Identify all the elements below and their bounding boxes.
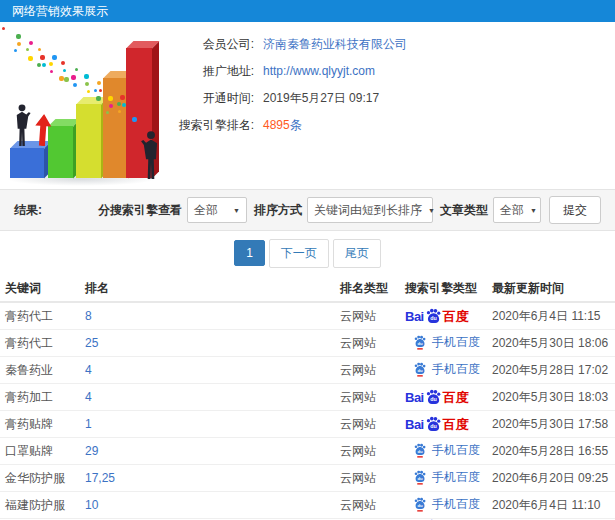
confetti-dot <box>120 95 125 100</box>
rank-link[interactable]: 8 <box>85 309 340 323</box>
info-value[interactable]: http://www.qlyyjt.com <box>263 64 375 78</box>
confetti-dot <box>108 96 113 101</box>
page-button[interactable]: 尾页 <box>333 239 381 268</box>
rank-type-cell: 云网站 <box>340 470 405 487</box>
rank-type-cell: 云网站 <box>340 389 405 406</box>
chevron-down-icon: ▼ <box>422 207 435 214</box>
submit-button[interactable]: 提交 <box>549 196 601 224</box>
rank-link[interactable]: 29 <box>85 444 340 458</box>
confetti-dot <box>94 89 97 92</box>
updated-time-cell: 2020年5月28日 17:02 <box>492 362 615 379</box>
keyword-cell: 膏药代工 <box>5 335 85 352</box>
confetti-dot <box>28 56 33 61</box>
page-button[interactable]: 1 <box>234 240 265 266</box>
updated-time-cell: 2020年5月28日 16:55 <box>492 443 615 460</box>
engine-cell: du 手机百度 <box>405 496 492 515</box>
table-row: 膏药贴牌 1 云网站 Bai du 百度 2020年5月30日 17:58 <box>0 411 615 438</box>
confetti-dot <box>85 82 89 86</box>
rank-link[interactable]: 1 <box>85 417 340 431</box>
bar-blue <box>10 148 44 178</box>
rank-link[interactable]: 4 <box>85 390 340 404</box>
confetti-dot <box>132 117 137 122</box>
baidu-du-text: du <box>417 367 423 372</box>
confetti-dot <box>97 81 101 85</box>
filter-select[interactable]: 全部 ▼ <box>493 197 541 223</box>
info-value: 2019年5月27日 09:17 <box>263 90 379 107</box>
rank-type-cell: 云网站 <box>340 416 405 433</box>
confetti-dot <box>64 77 69 82</box>
summary-section: 会员公司: 济南秦鲁药业科技有限公司 推广地址: http://www.qlyy… <box>0 22 615 189</box>
baidu-logo-cn: 百度 <box>443 418 469 431</box>
table-body: 膏药代工 8 云网站 Bai du 百度 2020年6月4日 11:15 膏药代… <box>0 303 615 520</box>
info-row: 搜索引擎排名: 4895 条 <box>172 117 407 133</box>
rank-link[interactable]: 10 <box>85 498 340 512</box>
table-row: 秦鲁药业 4 云网站 du 手机百度 2020年5月28日 17:02 <box>0 357 615 384</box>
confetti-dot <box>40 55 45 60</box>
rank-link[interactable]: 25 <box>85 336 340 350</box>
rank-type-cell: 云网站 <box>340 497 405 514</box>
updated-time-cell: 2020年6月4日 11:15 <box>492 308 615 325</box>
column-header: 排名类型 <box>340 280 405 297</box>
keyword-cell: 秦鲁药业 <box>5 362 85 379</box>
filter-select[interactable]: 全部 ▼ <box>187 197 247 223</box>
info-row: 推广地址: http://www.qlyyjt.com <box>172 63 407 79</box>
filter-select[interactable]: 关键词由短到长排序 ▼ <box>307 197 433 223</box>
confetti-dot <box>38 48 41 51</box>
table-row: 膏药代工 25 云网站 du 手机百度 2020年5月30日 18:06 <box>0 330 615 357</box>
baidu-logo-cn: 百度 <box>443 391 469 404</box>
engine-cell: Bai du 百度 <box>405 416 492 433</box>
company-info-panel: 会员公司: 济南秦鲁药业科技有限公司 推广地址: http://www.qlyy… <box>172 22 407 189</box>
column-header: 最新更新时间 <box>492 280 615 297</box>
filter-label: 分搜索引擎查看 <box>98 202 182 219</box>
baidu-mobile-underline <box>417 510 423 511</box>
baidu-logo-latin: Bai <box>405 391 424 404</box>
engine-cell: Bai du 百度 <box>405 308 492 325</box>
baidu-paw-icon: du <box>425 308 442 325</box>
results-label: 结果: <box>14 202 42 219</box>
confetti-dot <box>75 68 78 71</box>
window-title-bar: 网络营销效果展示 <box>0 0 615 22</box>
keyword-cell: 金华防护服 <box>5 470 85 487</box>
select-value: 全部 <box>500 202 524 219</box>
baidu-mobile-underline <box>417 483 423 484</box>
baidu-du-text: du <box>430 315 437 321</box>
baidu-du-text: du <box>417 475 423 480</box>
rank-link[interactable]: 4 <box>85 363 340 377</box>
engine-cell: du 手机百度 <box>405 361 492 380</box>
bar-orange <box>103 78 128 178</box>
baidu-du-text: du <box>430 396 437 402</box>
confetti-dot <box>106 111 109 114</box>
baidu-mobile-logo: du 手机百度 <box>413 442 480 459</box>
column-header: 关键词 <box>5 280 85 297</box>
confetti-dot <box>122 103 126 107</box>
updated-time-cell: 2020年5月30日 18:06 <box>492 335 615 352</box>
keyword-ranking-table: 关键词排名排名类型搜索引擎类型最新更新时间 膏药代工 8 云网站 Bai du … <box>0 275 615 520</box>
confetti-dot <box>16 34 21 39</box>
page-button[interactable]: 下一页 <box>269 239 329 268</box>
baidu-pc-logo: Bai du 百度 <box>405 416 469 433</box>
confetti-dot <box>73 83 77 87</box>
baidu-du-text: du <box>430 423 437 429</box>
baidu-mobile-logo: du 手机百度 <box>413 361 480 378</box>
businessman-thinking <box>140 130 162 182</box>
info-label: 搜索引擎排名: <box>172 117 254 134</box>
confetti-dot <box>117 102 121 106</box>
businessman-on-bar <box>12 104 32 148</box>
baidu-paw-icon: du <box>425 389 442 406</box>
updated-time-cell: 2020年5月30日 18:03 <box>492 389 615 406</box>
updated-time-cell: 2020年6月20日 09:25 <box>492 470 615 487</box>
baidu-mobile-paw-icon: du <box>413 470 427 485</box>
select-value: 全部 <box>194 202 218 219</box>
select-value: 关键词由短到长排序 <box>314 202 422 219</box>
chevron-down-icon: ▼ <box>227 207 240 214</box>
keyword-cell: 福建防护服 <box>5 497 85 514</box>
rank-link[interactable]: 17,25 <box>85 471 340 485</box>
baidu-mobile-label: 手机百度 <box>432 469 480 486</box>
table-row: 金华防护服 17,25 云网站 du 手机百度 2020年6月20日 09:25 <box>0 465 615 492</box>
baidu-mobile-logo: du 手机百度 <box>413 334 480 351</box>
growth-bar-chart-illustration <box>2 28 172 188</box>
engine-cell: du 手机百度 <box>405 442 492 461</box>
info-value[interactable]: 济南秦鲁药业科技有限公司 <box>263 36 407 53</box>
confetti-dot <box>37 63 41 67</box>
confetti-dot <box>14 49 17 52</box>
